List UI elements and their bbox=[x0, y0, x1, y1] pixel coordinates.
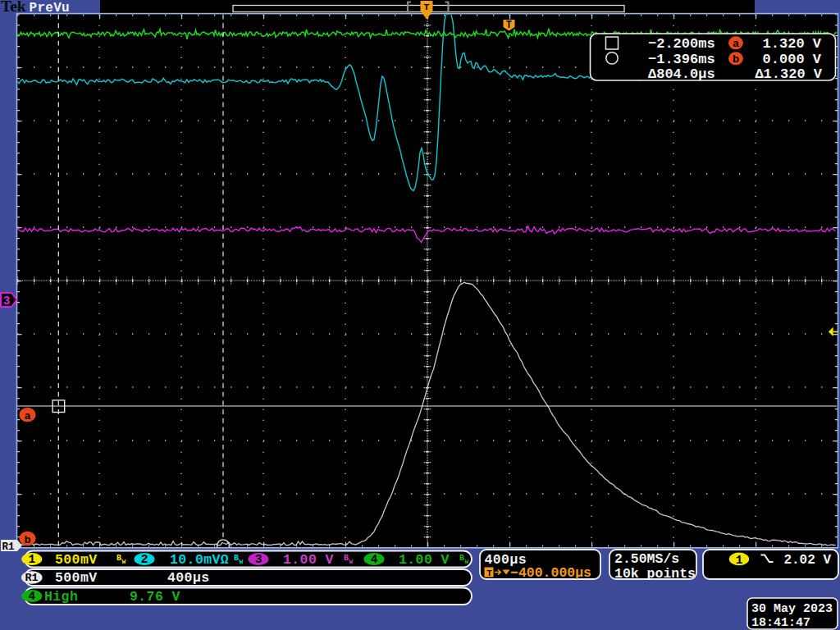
svg-text:W: W bbox=[349, 558, 354, 565]
svg-text:0.000 V: 0.000 V bbox=[763, 52, 822, 67]
svg-text:−2.200ms: −2.200ms bbox=[648, 36, 715, 52]
svg-text:1.00 V: 1.00 V bbox=[283, 552, 334, 568]
svg-text:T: T bbox=[424, 2, 430, 12]
svg-text:2.50MS/s: 2.50MS/s bbox=[614, 551, 679, 567]
svg-text:9.76 V: 9.76 V bbox=[130, 589, 180, 605]
svg-text:R1: R1 bbox=[25, 572, 39, 584]
svg-text:1: 1 bbox=[736, 554, 743, 567]
svg-text:4: 4 bbox=[371, 553, 378, 566]
svg-text:30 May 2023: 30 May 2023 bbox=[751, 602, 833, 616]
svg-text:a: a bbox=[733, 38, 739, 50]
svg-text:Δ1.320 V: Δ1.320 V bbox=[755, 66, 822, 82]
svg-text:18:41:47: 18:41:47 bbox=[751, 616, 810, 630]
svg-text:PreVu: PreVu bbox=[30, 1, 71, 16]
svg-text:W: W bbox=[122, 558, 126, 565]
svg-text:B: B bbox=[116, 554, 121, 563]
svg-text:1.00 V: 1.00 V bbox=[399, 552, 450, 568]
svg-text:B: B bbox=[234, 554, 239, 563]
svg-text:4: 4 bbox=[29, 590, 36, 603]
svg-text:W: W bbox=[240, 558, 244, 565]
svg-text:a: a bbox=[25, 410, 31, 422]
svg-text:b: b bbox=[25, 534, 31, 546]
svg-text:1: 1 bbox=[29, 553, 36, 566]
svg-text:W: W bbox=[465, 558, 469, 565]
svg-text:3: 3 bbox=[3, 294, 10, 308]
svg-text:B: B bbox=[344, 554, 349, 563]
svg-text:R1: R1 bbox=[2, 541, 15, 553]
svg-text:−1.396ms: −1.396ms bbox=[648, 52, 715, 67]
svg-text:B: B bbox=[459, 554, 464, 563]
svg-text:T: T bbox=[506, 20, 512, 31]
svg-text:3: 3 bbox=[255, 553, 262, 566]
svg-text:b: b bbox=[733, 53, 739, 66]
svg-text:High: High bbox=[44, 589, 78, 605]
svg-text:Δ804.0µs: Δ804.0µs bbox=[648, 66, 715, 82]
svg-text:2: 2 bbox=[141, 553, 148, 566]
svg-text:10k points: 10k points bbox=[614, 566, 696, 582]
svg-text:400µs: 400µs bbox=[167, 570, 210, 586]
svg-text:1.320 V: 1.320 V bbox=[763, 36, 822, 52]
svg-text:−400.000µs: −400.000µs bbox=[510, 565, 591, 581]
svg-text:500mV: 500mV bbox=[55, 570, 98, 586]
svg-text:500mV: 500mV bbox=[55, 552, 98, 568]
svg-text:Tek: Tek bbox=[1, 0, 26, 15]
svg-text:T: T bbox=[486, 568, 492, 578]
svg-text:10.0mVΩ: 10.0mVΩ bbox=[170, 552, 229, 568]
svg-text:2.02 V: 2.02 V bbox=[783, 553, 831, 568]
